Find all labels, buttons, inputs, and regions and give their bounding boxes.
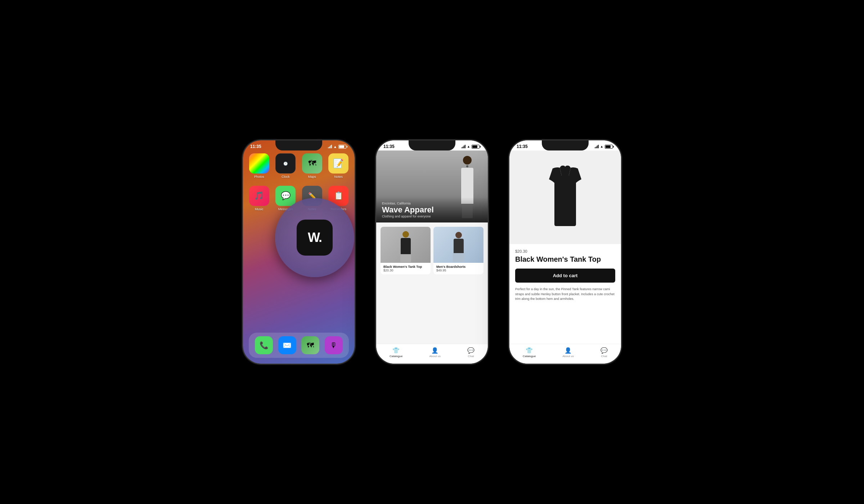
product-img-boardshorts [433,227,483,263]
catalogue-icon-phone2[interactable]: 👕 [392,347,400,354]
product-info-tank: Black Women's Tank Top $20.30 [381,263,431,274]
phone-product-detail: 11:35 ▲ [509,140,621,364]
clock-icon[interactable]: 🕐 [275,153,296,174]
store-hero: Encinitas, California Wave Apparel Cloth… [376,150,488,222]
battery-icon-phone1 [338,145,347,149]
store-location: Encinitas, California [382,202,482,205]
about-icon-phone2[interactable]: 👤 [431,347,438,354]
maps-label: Maps [308,175,316,179]
wifi-icon-phone2: ▲ [467,145,470,148]
nav-chat-phone2[interactable]: 💬 Chat [467,347,474,358]
product-info-boardshorts: Men's Boardshorts $49.95 [433,263,483,274]
phone-store: 11:35 ▲ [376,140,488,364]
catalogue-label-phone3: Catalogue [523,355,536,358]
product-card-boardshorts[interactable]: Men's Boardshorts $49.95 [433,227,483,274]
status-bar-phone2: 11:35 ▲ [376,140,488,150]
signal-icon-phone1 [328,145,332,148]
phone-home-screen: 11:35 ▲ Photos [243,140,355,364]
about-icon-phone3[interactable]: 👤 [564,347,572,354]
ios-app-maps[interactable]: 🗺 Maps [302,153,323,179]
catalogue-label-phone2: Catalogue [390,355,402,358]
status-icons-phone3: ▲ [595,145,614,149]
podcasts-icon[interactable]: 🎙 [325,336,343,354]
chat-label-phone2: Chat [468,355,474,358]
ios-app-photos[interactable]: Photos [249,153,270,179]
time-phone2: 11:35 [383,144,395,149]
product-price-boardshorts: $49.95 [436,269,481,272]
products-grid: Black Women's Tank Top $20.30 [376,222,488,279]
clock-label: Clock [282,175,290,179]
chat-icon-phone2[interactable]: 💬 [467,347,474,354]
ios-dock: 📞 ✉️ 🗺 🎙 [249,333,349,358]
phone3-screen: 11:35 ▲ [509,140,621,364]
about-label-phone2: About us [429,355,441,358]
product-detail-image [509,150,621,244]
mail-icon[interactable]: ✉️ [278,336,296,354]
product-price-tank: $20.30 [383,269,428,272]
ios-app-grid-row1: Photos 🕐 Clock 🗺 Maps 📝 Notes [243,150,355,181]
status-bar-phone3: 11:35 ▲ [509,140,621,150]
signal-icon-phone2 [462,145,465,148]
product-img-tank [381,227,431,263]
maps-icon[interactable]: 🗺 [302,153,322,174]
nav-about-phone3[interactable]: 👤 About us [562,347,574,358]
wave-logo-big[interactable]: W. [297,220,333,256]
nav-catalogue-phone3[interactable]: 👕 Catalogue [523,347,536,358]
messages-icon[interactable]: 💬 [275,186,296,206]
bottom-nav-phone2: 👕 Catalogue 👤 About us 💬 Chat [376,344,488,364]
phone2-screen: 11:35 ▲ [376,140,488,364]
detail-price: $20.30 [515,249,615,253]
product-detail-info: $20.30 Black Women's Tank Top Add to car… [509,244,621,307]
store-tagline: Clothing and apparel for everyone [382,215,482,218]
music-icon[interactable]: 🎵 [249,186,269,206]
detail-name: Black Women's Tank Top [515,255,615,264]
nav-chat-phone3[interactable]: 💬 Chat [600,347,608,358]
notes-label: Notes [334,175,343,179]
status-icons-phone1: ▲ [328,145,347,149]
time-phone1: 11:35 [250,144,261,149]
wifi-icon-phone1: ▲ [333,145,337,149]
photos-label: Photos [254,175,264,179]
status-icons-phone2: ▲ [462,145,481,149]
music-label: Music [255,207,264,211]
catalogue-icon-phone3[interactable]: 👕 [526,347,533,354]
ios-app-clock[interactable]: 🕐 Clock [275,153,296,179]
add-to-cart-button[interactable]: Add to cart [515,269,615,283]
bottom-nav-phone3: 👕 Catalogue 👤 About us 💬 Chat [509,344,621,364]
dock-phone[interactable]: 📞 [255,336,273,354]
battery-icon-phone2 [472,145,481,149]
photos-icon[interactable] [249,153,269,174]
product-name-boardshorts: Men's Boardshorts [436,265,481,269]
detail-description: Perfect for a day in the sun, the Pinned… [515,287,615,302]
wave-app-circle: W. [275,198,354,277]
ios-app-music[interactable]: 🎵 Music [249,186,270,211]
chat-icon-phone3[interactable]: 💬 [600,347,608,354]
store-name: Wave Apparel [382,206,482,214]
status-bar-phone1: 11:35 ▲ [243,140,355,150]
dock-maps[interactable]: 🗺 [301,336,319,354]
ios-app-notes[interactable]: 📝 Notes [328,153,349,179]
nav-catalogue-phone2[interactable]: 👕 Catalogue [390,347,402,358]
time-phone3: 11:35 [517,144,528,149]
signal-icon-phone3 [595,145,599,148]
maps2-icon[interactable]: 🗺 [301,336,319,354]
nav-about-phone2[interactable]: 👤 About us [429,347,441,358]
wifi-icon-phone3: ▲ [600,145,603,148]
dock-mail[interactable]: ✉️ [278,336,296,354]
phone-icon[interactable]: 📞 [255,336,273,354]
tank-top-svg [540,165,590,230]
product-card-tank[interactable]: Black Women's Tank Top $20.30 [381,227,431,274]
notes-icon[interactable]: 📝 [328,153,348,174]
main-scene: 11:35 ▲ Photos [243,140,621,364]
about-label-phone3: About us [562,355,574,358]
product-name-tank: Black Women's Tank Top [383,265,428,269]
dock-podcasts[interactable]: 🎙 [325,336,343,354]
chat-label-phone3: Chat [601,355,607,358]
battery-icon-phone3 [605,145,614,149]
store-hero-overlay: Encinitas, California Wave Apparel Cloth… [376,197,488,222]
